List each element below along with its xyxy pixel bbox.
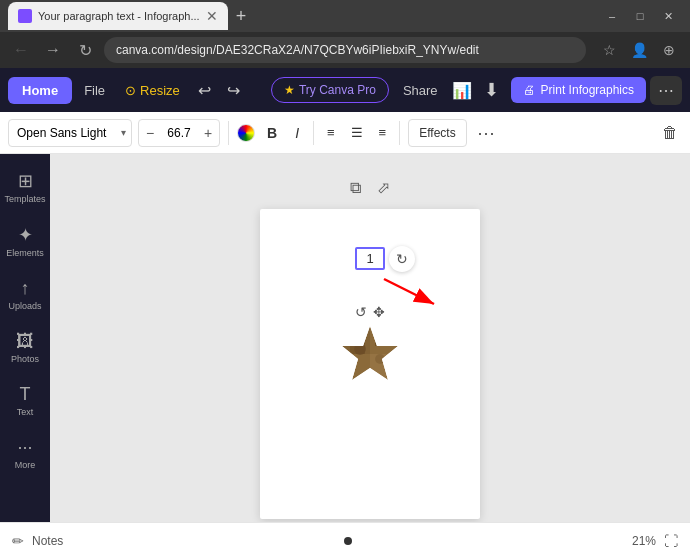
page-canvas: 1 ↻ ↺ ✥ bbox=[260, 209, 480, 519]
zoom-level: 21% bbox=[632, 534, 656, 548]
elements-icon: ✦ bbox=[18, 224, 33, 246]
menu-bar: Home File ⊙ Resize ↩ ↪ ★ Try Canva Pro S… bbox=[0, 68, 690, 112]
canvas-external-button[interactable]: ⬀ bbox=[373, 174, 394, 201]
templates-icon: ⊞ bbox=[18, 170, 33, 192]
font-size-wrapper: − + bbox=[138, 119, 220, 147]
svg-marker-10 bbox=[342, 326, 398, 380]
canva-app: Home File ⊙ Resize ↩ ↪ ★ Try Canva Pro S… bbox=[0, 68, 690, 558]
address-input[interactable] bbox=[104, 37, 586, 63]
toolbar-divider-3 bbox=[399, 121, 400, 145]
resize-icon: ⊙ bbox=[125, 83, 136, 98]
analytics-icon[interactable]: 📊 bbox=[452, 81, 472, 100]
canvas-top-icons: ⧉ ⬀ bbox=[346, 174, 394, 201]
sidebar-item-elements[interactable]: ✦ Elements bbox=[3, 216, 47, 266]
photos-icon: 🖼 bbox=[16, 331, 34, 352]
toolbar-divider-2 bbox=[313, 121, 314, 145]
star-rotate-control[interactable]: ↺ bbox=[355, 304, 367, 320]
try-canva-label: Try Canva Pro bbox=[299, 83, 376, 97]
delete-element-button[interactable]: 🗑 bbox=[658, 120, 682, 146]
tab-favicon bbox=[18, 9, 32, 23]
tab-close-btn[interactable]: ✕ bbox=[206, 8, 218, 24]
secondary-toolbar: Open Sans Light − + B I ≡ ☰ ≡ Effects ⋯ … bbox=[0, 112, 690, 154]
redo-button[interactable]: ↪ bbox=[221, 77, 246, 104]
canvas-copy-button[interactable]: ⧉ bbox=[346, 174, 365, 201]
star-controls: ↺ ✥ bbox=[340, 304, 400, 320]
browser-chrome: Your paragraph text - Infograph... ✕ + –… bbox=[0, 0, 690, 68]
star-move-control[interactable]: ✥ bbox=[373, 304, 385, 320]
new-tab-button[interactable]: + bbox=[236, 6, 247, 27]
rotate-handle[interactable]: ↻ bbox=[389, 246, 415, 272]
text-input-box[interactable]: 1 bbox=[355, 247, 385, 270]
try-canva-pro-button[interactable]: ★ Try Canva Pro bbox=[271, 77, 389, 103]
main-area: ⊞ Templates ✦ Elements ↑ Uploads 🖼 Photo… bbox=[0, 154, 690, 522]
star-shape[interactable] bbox=[340, 324, 400, 384]
undo-button[interactable]: ↩ bbox=[192, 77, 217, 104]
undo-redo-group: ↩ ↪ bbox=[192, 77, 246, 104]
share-button[interactable]: Share bbox=[393, 78, 448, 103]
uploads-icon: ↑ bbox=[21, 278, 30, 299]
bottom-bar: ✏ Notes 21% ⛶ bbox=[0, 522, 690, 558]
text-label: Text bbox=[17, 407, 34, 417]
font-family-wrapper: Open Sans Light bbox=[8, 119, 132, 147]
svg-line-1 bbox=[384, 279, 434, 304]
toolbar-divider-1 bbox=[228, 121, 229, 145]
print-label: Print Infographics bbox=[541, 83, 634, 97]
minimize-button[interactable]: – bbox=[598, 2, 626, 30]
star-element-wrapper: ↺ ✥ bbox=[340, 304, 400, 387]
refresh-button[interactable]: ↻ bbox=[72, 37, 98, 63]
canvas-area[interactable]: ⧉ ⬀ 1 ↻ bbox=[50, 154, 690, 522]
left-sidebar: ⊞ Templates ✦ Elements ↑ Uploads 🖼 Photo… bbox=[0, 154, 50, 522]
window-controls: – □ ✕ bbox=[598, 2, 682, 30]
italic-button[interactable]: I bbox=[289, 121, 305, 145]
print-infographics-button[interactable]: 🖨 Print Infographics bbox=[511, 77, 646, 103]
fullscreen-icon[interactable]: ⛶ bbox=[664, 533, 678, 549]
font-size-input[interactable] bbox=[161, 126, 197, 140]
text-color-picker[interactable] bbox=[237, 124, 255, 142]
download-button[interactable]: ⬇ bbox=[476, 75, 507, 105]
uploads-label: Uploads bbox=[8, 301, 41, 311]
file-menu[interactable]: File bbox=[76, 79, 113, 102]
effects-button[interactable]: Effects bbox=[408, 119, 466, 147]
more-options-button[interactable]: ⋯ bbox=[650, 76, 682, 105]
sidebar-item-templates[interactable]: ⊞ Templates bbox=[3, 162, 47, 212]
sidebar-item-uploads[interactable]: ↑ Uploads bbox=[3, 270, 47, 319]
home-button[interactable]: Home bbox=[8, 77, 72, 104]
close-button[interactable]: ✕ bbox=[654, 2, 682, 30]
back-button[interactable]: ← bbox=[8, 37, 34, 63]
resize-menu[interactable]: ⊙ Resize bbox=[117, 79, 188, 102]
bold-button[interactable]: B bbox=[261, 121, 283, 145]
sidebar-item-photos[interactable]: 🖼 Photos bbox=[3, 323, 47, 372]
sidebar-item-more[interactable]: ··· More bbox=[3, 429, 47, 478]
forward-button[interactable]: → bbox=[40, 37, 66, 63]
more-icon: ··· bbox=[17, 437, 32, 458]
print-icon: 🖨 bbox=[523, 83, 535, 97]
canvas-text-element[interactable]: 1 ↻ bbox=[355, 247, 385, 270]
align-left-button[interactable]: ≡ bbox=[322, 121, 340, 144]
font-size-decrease[interactable]: − bbox=[139, 120, 161, 146]
resize-label: Resize bbox=[140, 83, 180, 98]
text-icon: T bbox=[20, 384, 31, 405]
photos-label: Photos bbox=[11, 354, 39, 364]
more-text-options-button[interactable]: ⋯ bbox=[473, 122, 499, 144]
notes-label: Notes bbox=[32, 534, 63, 548]
tab-title: Your paragraph text - Infograph... bbox=[38, 10, 200, 22]
align-center-button[interactable]: ☰ bbox=[346, 121, 368, 144]
page-indicator-dot bbox=[344, 537, 352, 545]
templates-label: Templates bbox=[4, 194, 45, 204]
active-tab[interactable]: Your paragraph text - Infograph... ✕ bbox=[8, 2, 228, 30]
more-label: More bbox=[15, 460, 36, 470]
notes-icon: ✏ bbox=[12, 533, 24, 549]
maximize-button[interactable]: □ bbox=[626, 2, 654, 30]
address-bar-icons: ☆ 👤 ⊕ bbox=[596, 37, 682, 63]
align-right-button[interactable]: ≡ bbox=[374, 121, 392, 144]
bookmark-icon[interactable]: ☆ bbox=[596, 37, 622, 63]
profile-icon[interactable]: 👤 bbox=[626, 37, 652, 63]
canva-star-icon: ★ bbox=[284, 83, 295, 97]
sidebar-item-text[interactable]: T Text bbox=[3, 376, 47, 425]
font-size-increase[interactable]: + bbox=[197, 120, 219, 146]
extensions-icon[interactable]: ⊕ bbox=[656, 37, 682, 63]
tab-bar: Your paragraph text - Infograph... ✕ + –… bbox=[0, 0, 690, 32]
elements-label: Elements bbox=[6, 248, 44, 258]
font-family-select[interactable]: Open Sans Light bbox=[8, 119, 132, 147]
address-bar: ← → ↻ ☆ 👤 ⊕ bbox=[0, 32, 690, 68]
